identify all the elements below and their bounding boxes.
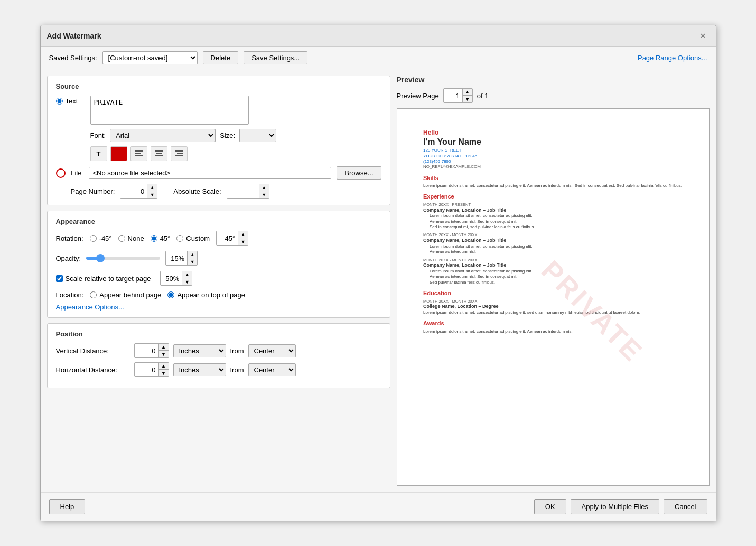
right-panel: Preview Preview Page ▲ ▼ of 1 PRIVATE [397, 76, 710, 486]
size-select[interactable] [239, 129, 276, 142]
rotation-down[interactable]: ▼ [238, 238, 248, 245]
rotation-none-radio[interactable] [118, 235, 125, 242]
file-radio-circle[interactable] [56, 168, 66, 178]
location-behind-radio[interactable] [90, 291, 97, 298]
rotation-45-label[interactable]: 45° [151, 234, 171, 242]
resume-exp1-bullet3: Sed in consequat mi, sed pulvinar lacini… [423, 224, 683, 230]
font-select[interactable]: Arial [110, 129, 216, 142]
add-watermark-dialog: Add Watermark × Saved Settings: [Custom-… [40, 25, 716, 521]
source-title: Source [56, 82, 381, 90]
opacity-input[interactable] [166, 251, 187, 265]
horizontal-down[interactable]: ▼ [159, 370, 169, 376]
rotation-custom-label[interactable]: Custom [176, 234, 210, 242]
rotation-neg45-label[interactable]: -45° [90, 234, 112, 242]
horizontal-up[interactable]: ▲ [159, 363, 169, 370]
rotation-custom-radio[interactable] [176, 235, 183, 242]
main-content: Source Text Font: Arial Size: [41, 69, 716, 492]
location-row: Location: Appear behind page Appear on t… [56, 291, 381, 299]
resume-hello: Hello [423, 129, 683, 137]
resume-preview: PRIVATE Hello I'm Your Name 123 YOUR STR… [413, 118, 693, 476]
preview-box: PRIVATE Hello I'm Your Name 123 YOUR STR… [397, 108, 710, 486]
opacity-down[interactable]: ▼ [188, 258, 197, 265]
horizontal-from-select[interactable]: Center [248, 363, 296, 376]
close-button[interactable]: × [697, 30, 710, 42]
absolute-scale-down[interactable]: ▼ [259, 191, 269, 198]
opacity-up[interactable]: ▲ [188, 251, 197, 258]
saved-settings-select[interactable]: [Custom-not saved] [102, 51, 198, 64]
rotation-up[interactable]: ▲ [238, 231, 248, 238]
cancel-button[interactable]: Cancel [664, 499, 707, 514]
help-button[interactable]: Help [49, 499, 86, 514]
absolute-scale-input[interactable] [227, 184, 259, 198]
delete-button[interactable]: Delete [203, 51, 239, 64]
resume-exp3-bullet2: Aenean ac interdum nisl. Sed in consequa… [423, 274, 683, 279]
save-settings-button[interactable]: Save Settings... [244, 51, 307, 64]
left-panel: Source Text Font: Arial Size: [47, 76, 390, 486]
absolute-scale-up[interactable]: ▲ [259, 184, 269, 191]
rotation-value-input[interactable] [217, 231, 238, 245]
location-top-label[interactable]: Appear on top of page [167, 291, 245, 299]
preview-page-down[interactable]: ▼ [463, 96, 472, 102]
color-button[interactable] [110, 146, 127, 161]
preview-page-up[interactable]: ▲ [463, 89, 472, 96]
rotation-label: Rotation: [56, 234, 83, 242]
scale-up[interactable]: ▲ [182, 271, 192, 278]
file-label: File [71, 169, 82, 177]
svg-rect-8 [175, 155, 183, 156]
preview-page-input[interactable] [444, 89, 462, 102]
vertical-spinner: ▲ ▼ [134, 343, 169, 358]
top-bar: Saved Settings: [Custom-not saved] Delet… [41, 47, 716, 69]
rotation-none-label[interactable]: None [118, 234, 144, 242]
vertical-up[interactable]: ▲ [159, 344, 169, 351]
horizontal-label: Horizontal Distance: [56, 366, 130, 374]
scale-spinner: ▲ ▼ [160, 271, 192, 286]
page-number-up[interactable]: ▲ [147, 184, 157, 191]
text-source-row: Text [56, 96, 381, 125]
resume-education-title: Education [423, 289, 683, 297]
location-top-radio[interactable] [167, 291, 174, 298]
rotation-45-radio[interactable] [151, 235, 157, 242]
vertical-down[interactable]: ▼ [159, 351, 169, 357]
align-left-button[interactable] [130, 146, 147, 161]
svg-rect-2 [135, 155, 143, 156]
vertical-unit-select[interactable]: Inches [173, 344, 226, 357]
browse-button[interactable]: Browse... [337, 166, 381, 180]
appearance-options-link[interactable]: Appearance Options... [56, 303, 124, 311]
scale-down[interactable]: ▼ [182, 278, 192, 285]
appearance-section: Appearance Rotation: -45° None 45° [47, 211, 390, 318]
scale-checkbox-label[interactable]: Scale relative to target page [56, 275, 151, 283]
absolute-scale-label: Absolute Scale: [173, 187, 221, 195]
vertical-input[interactable] [135, 344, 158, 357]
horizontal-from-label: from [230, 366, 244, 374]
scale-checkbox[interactable] [56, 275, 63, 282]
resume-exp2-company: Company Name, Location – Job Title [423, 238, 683, 244]
scale-input[interactable] [161, 271, 182, 285]
bold-button[interactable]: T [90, 146, 107, 161]
file-path-input[interactable] [89, 167, 331, 179]
align-center-button[interactable] [151, 146, 167, 161]
position-title: Position [56, 330, 381, 338]
opacity-slider[interactable] [86, 257, 160, 260]
dialog-title: Add Watermark [47, 32, 101, 40]
page-range-options-link[interactable]: Page Range Options... [638, 54, 707, 62]
text-radio[interactable] [56, 98, 63, 105]
ok-button[interactable]: OK [534, 499, 566, 514]
resume-name: I'm Your Name [423, 137, 683, 148]
resume-edu-date: MONTH 20XX - MONTH 20XX [423, 299, 683, 304]
apply-multiple-button[interactable]: Apply to Multiple Files [571, 499, 659, 514]
page-number-down[interactable]: ▼ [147, 191, 157, 198]
text-radio-label[interactable]: Text [56, 97, 85, 105]
preview-of-label: of 1 [477, 92, 489, 100]
svg-rect-3 [155, 150, 163, 152]
rotation-neg45-radio[interactable] [90, 235, 97, 242]
bottom-right-buttons: OK Apply to Multiple Files Cancel [534, 499, 707, 514]
bottom-bar: Help OK Apply to Multiple Files Cancel [41, 492, 716, 521]
watermark-text-input[interactable] [90, 96, 249, 125]
horizontal-input[interactable] [135, 363, 158, 376]
location-behind-label[interactable]: Appear behind page [90, 291, 161, 299]
page-number-input[interactable] [120, 184, 147, 198]
svg-rect-5 [155, 155, 163, 156]
vertical-from-select[interactable]: Center [248, 344, 296, 357]
align-right-button[interactable] [171, 146, 188, 161]
horizontal-unit-select[interactable]: Inches [173, 363, 226, 376]
